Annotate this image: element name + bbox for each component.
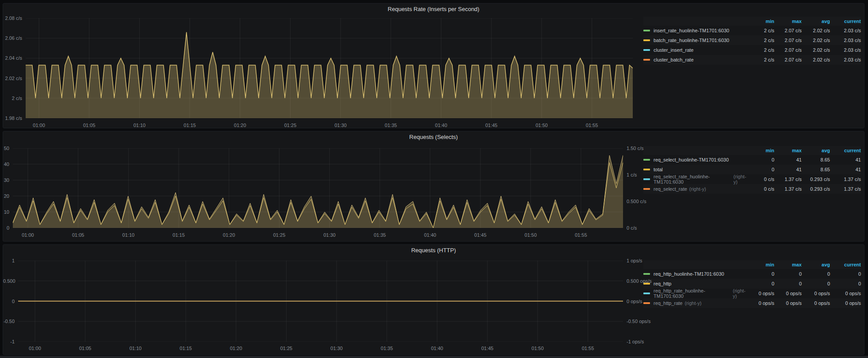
legend-value: 0 ops/s [774,291,802,296]
panel-title[interactable]: Requests (Selects) [3,134,864,140]
legend-value: 41 [774,167,802,172]
legend-row: insert_rate_huolinhe-TM1701:60302 c/s2.0… [643,26,861,35]
plot-area[interactable] [13,148,623,228]
legend-value: 8.65 [802,157,830,162]
legend-series-toggle[interactable]: req_http_huolinhe-TM1701:6030 [643,271,749,277]
legend-header-row: minmaxavgcurrent [643,146,861,155]
legend-value: 0 ops/s [802,291,830,296]
legend-value: 0 [774,281,802,286]
legend-series-toggle[interactable]: total [643,167,749,172]
legend: minmaxavgcurrentreq_select_huolinhe-TM17… [643,146,861,194]
x-axis-label: 01:35 [385,122,397,128]
legend-series-toggle[interactable]: req_select_rate(right-y) [643,186,749,192]
legend-value: 0 c/s [749,177,774,182]
legend-value: 1.37 c/s [830,177,861,182]
x-axis-label: 01:45 [485,122,497,128]
legend-header-current[interactable]: current [830,19,861,24]
plot-area[interactable] [18,261,623,342]
legend-value: 2.02 c/s [802,47,830,53]
legend-header-avg[interactable]: avg [802,148,830,153]
legend-value: 0.293 c/s [802,177,830,182]
legend-header-min[interactable]: min [749,148,774,153]
legend-series-name: req_http_rate_huolinhe-TM1701:6030 [654,288,730,299]
legend-value: 0 [749,281,774,286]
legend-value: 0 c/s [749,186,774,192]
legend-row: cluster_insert_rate2 c/s2.07 c/s2.02 c/s… [643,45,861,55]
x-axis-label: 01:05 [72,232,84,238]
legend-series-toggle[interactable]: req_http_rate_huolinhe-TM1701:6030(right… [643,288,749,299]
legend-series-toggle[interactable]: req_http [643,281,749,286]
plot-area[interactable] [26,18,633,118]
legend-series-name: req_select_rate_huolinhe-TM1701:6030 [654,174,731,185]
x-axis-label: 01:55 [582,345,594,351]
legend-series-axis-note: (right-y) [733,288,749,299]
legend-series-name: req_select_rate [654,186,687,192]
legend-header-avg[interactable]: avg [802,262,830,267]
legend-value: 2.02 c/s [802,57,830,62]
legend-value: 41 [774,157,802,162]
legend-value: 0 [830,271,861,277]
y-axis-label: 0 [3,298,15,304]
legend-value: 2 c/s [749,28,774,33]
x-axis-label: 01:20 [223,232,235,238]
legend-header-min[interactable]: min [749,19,774,24]
legend-value: 2.07 c/s [774,47,802,53]
legend-series-toggle[interactable]: req_select_huolinhe-TM1701:6030 [643,157,749,162]
legend-series-axis-note: (right-y) [734,174,749,185]
legend-header-current[interactable]: current [830,148,861,153]
legend-series-name: batch_rate_huolinhe-TM1701:6030 [654,38,729,43]
x-axis-label: 01:40 [435,122,447,128]
legend-swatch [643,59,650,61]
legend-swatch [643,49,650,51]
legend-header-max[interactable]: max [774,262,802,267]
legend-header-min[interactable]: min [749,262,774,267]
chart-svg [26,18,633,118]
x-axis-label: 01:20 [234,122,246,128]
legend-series-toggle[interactable]: batch_rate_huolinhe-TM1701:6030 [643,38,749,43]
x-axis-label: 01:05 [79,345,92,351]
legend-header-max[interactable]: max [774,148,802,153]
x-axis-label: 01:20 [230,345,242,351]
x-axis-label: 01:00 [33,122,45,128]
x-axis-label: 01:00 [29,345,41,351]
legend-value: 0 ops/s [774,300,802,306]
x-axis-label: 01:55 [575,232,587,238]
x-axis-label: 01:15 [172,232,185,238]
legend-value: 2.07 c/s [774,38,802,43]
chart-svg [18,261,623,342]
legend-value: 2.02 c/s [802,28,830,33]
x-axis-label: 01:10 [130,345,142,351]
legend-series-toggle[interactable]: req_http_rate(right-y) [643,300,749,306]
right-axis-label: 0.500 c/s [627,198,646,204]
legend-swatch [643,293,650,294]
legend-series-toggle[interactable]: req_select_rate_huolinhe-TM1701:6030(rig… [643,174,749,185]
x-axis-label: 01:50 [535,122,548,128]
legend-series-axis-note: (right-y) [689,186,706,192]
legend-swatch [643,39,650,41]
legend-swatch [643,188,650,190]
x-axis-label: 01:35 [381,345,393,351]
legend-value: 0 ops/s [830,291,861,296]
x-axis-label: 01:05 [83,122,96,128]
legend-header-avg[interactable]: avg [802,19,830,24]
legend-series-toggle[interactable]: cluster_batch_rate [643,57,749,62]
panel-title[interactable]: Requests (HTTP) [3,247,864,254]
legend-series-toggle[interactable]: insert_rate_huolinhe-TM1701:6030 [643,28,749,33]
x-axis-label: 01:30 [323,232,336,238]
legend-value: 2.03 c/s [830,47,861,53]
legend-header-current[interactable]: current [830,262,861,267]
legend-value: 1.37 c/s [830,186,861,192]
panel-title[interactable]: Requests Rate (Inserts per Second) [3,6,864,12]
x-axis-label: 01:50 [524,232,537,238]
legend-row: batch_rate_huolinhe-TM1701:60302 c/s2.07… [643,35,861,45]
legend-value: 0 [802,271,830,277]
legend-swatch [643,169,650,170]
right-axis-label: 0.500 ops/s [627,278,652,284]
right-axis-label: 1 c/s [627,172,637,178]
legend-header-row: minmaxavgcurrent [643,260,861,269]
y-axis-label: 2 c/s [3,95,22,101]
legend-series-name: req_http_huolinhe-TM1701:6030 [654,271,724,277]
legend-series-name: total [654,167,663,172]
legend-header-max[interactable]: max [774,19,802,24]
legend-series-toggle[interactable]: cluster_insert_rate [643,47,749,53]
